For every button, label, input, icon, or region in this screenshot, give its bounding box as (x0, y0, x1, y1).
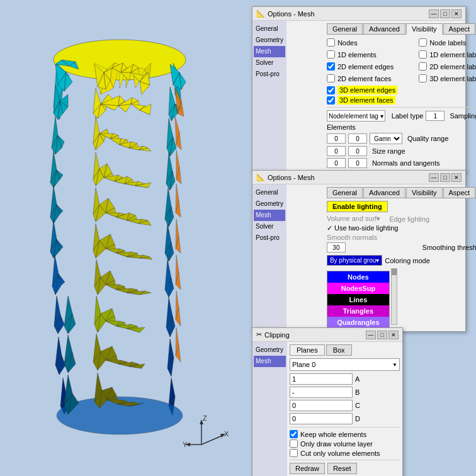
clipping-dialog: ✂ Clipping — □ ✕ Geometry Mesh Planes Bo… (252, 327, 403, 476)
dialog2-sidebar: General Geometry Mesh Solver Post-pro (252, 184, 286, 331)
color-item-nodes[interactable]: Nodes (327, 271, 389, 283)
node-labels-label: Node labels (429, 39, 466, 47)
close-button-3[interactable]: ✕ (388, 331, 399, 339)
dialog1-title: Options - Mesh (268, 10, 315, 18)
reset-button[interactable]: Reset (327, 463, 357, 474)
keep-whole-checkbox[interactable] (290, 430, 298, 438)
quality-range-input1[interactable] (327, 133, 346, 144)
field-d-input[interactable] (290, 413, 353, 424)
tab-aspect-1[interactable]: Aspect (443, 23, 476, 34)
2d-element-faces-checkbox[interactable] (327, 74, 335, 82)
field-c-input[interactable] (290, 400, 353, 411)
volume-surf-dropdown[interactable]: Volume and surf▾ (327, 215, 381, 223)
color-list-scrollbar[interactable] (391, 268, 397, 325)
label-type-input[interactable] (426, 111, 445, 121)
nodes-checkbox[interactable] (327, 38, 335, 47)
planes-box-tabs: Planes Box (290, 344, 400, 356)
dialog1-sidebar: General Geometry Mesh Solver Post-pro (252, 21, 286, 173)
minimize-button-1[interactable]: — (429, 9, 439, 18)
1d-element-labels-label: 1D element labels (429, 51, 476, 59)
smoothing-input[interactable] (327, 242, 346, 252)
enable-lighting-button[interactable]: Enable lighting (327, 201, 388, 212)
sidebar-item-mesh-2[interactable]: Mesh (254, 210, 285, 221)
3d-element-faces-checkbox[interactable] (327, 96, 335, 105)
svg-line-269 (201, 435, 224, 445)
size-range-input1[interactable] (327, 146, 346, 156)
3d-element-labels-checkbox[interactable] (419, 74, 427, 82)
1d-elements-checkbox[interactable] (327, 50, 335, 59)
box-tab[interactable]: Box (326, 344, 352, 356)
redraw-button[interactable]: Redraw (290, 463, 325, 474)
planes-tab[interactable]: Planes (290, 344, 325, 356)
2d-element-edges-checkbox[interactable] (327, 62, 335, 71)
sidebar-item-general-2[interactable]: General (254, 187, 285, 198)
sidebar-item-postpro-2[interactable]: Post-pro (254, 232, 285, 244)
field-d-label: D (355, 415, 361, 422)
tab-visibility-1[interactable]: Visibility (406, 23, 443, 35)
sidebar-item-mesh-1[interactable]: Mesh (254, 46, 285, 57)
field-c-label: C (355, 402, 361, 409)
minimize-button-2[interactable]: — (429, 173, 439, 182)
field-a-input[interactable] (290, 373, 353, 385)
options-icon: 📐 (256, 9, 265, 18)
1d-element-labels-checkbox[interactable] (419, 50, 427, 59)
tab-advanced-2[interactable]: Advanced (363, 187, 405, 198)
2d-element-faces-label: 2D element faces (337, 75, 392, 82)
only-draw-checkbox[interactable] (290, 439, 298, 448)
field-b-input[interactable] (290, 387, 353, 398)
node-element-tag-dropdown[interactable]: Node/element tag ▾ (327, 110, 385, 122)
keep-whole-label: Keep whole elements (300, 431, 366, 438)
sidebar-item-postpro-1[interactable]: Post-pro (254, 69, 285, 80)
maximize-button-1[interactable]: □ (440, 9, 450, 18)
plane-dropdown[interactable]: Plane 0 ▼ (290, 358, 400, 371)
sidebar-item-general-1[interactable]: General (254, 23, 285, 35)
elements-label: Elements (327, 123, 358, 131)
tab-advanced-1[interactable]: Advanced (363, 23, 405, 34)
dialog2-title: Options - Mesh (268, 174, 315, 181)
cut-only-checkbox[interactable] (290, 449, 298, 457)
sidebar-item-geometry-3[interactable]: Geometry (254, 344, 286, 356)
coloring-mode-dropdown[interactable]: By physical grou▾ (327, 255, 382, 266)
color-item-quadrangles[interactable]: Quadrangles (327, 317, 389, 328)
dialog3-sidebar: Geometry Mesh (252, 342, 287, 476)
3d-element-edges-label: 3D element edges (337, 86, 397, 94)
color-item-nodessup[interactable]: NodesSup (327, 283, 389, 294)
options-mesh-dialog-2: 📐 Options - Mesh — □ ✕ General Geometry … (252, 170, 466, 332)
sidebar-item-geometry-1[interactable]: Geometry (254, 35, 285, 46)
cut-only-label: Cut only volume elements (300, 450, 380, 457)
normals-input2[interactable] (348, 158, 367, 168)
3d-element-edges-checkbox[interactable] (327, 86, 335, 94)
color-item-triangles[interactable]: Triangles (327, 305, 389, 317)
maximize-button-2[interactable]: □ (440, 173, 450, 182)
tab-general-2[interactable]: General (327, 187, 363, 198)
edge-lighting-label: Edge lighting (389, 215, 429, 223)
minimize-button-3[interactable]: — (366, 331, 376, 339)
sidebar-item-solver-1[interactable]: Solver (254, 57, 285, 69)
options-icon-2: 📐 (256, 173, 265, 181)
gamma-dropdown[interactable]: Gamm (370, 133, 402, 144)
tab-aspect-2[interactable]: Aspect (443, 187, 476, 198)
dialog3-title: Clipping (264, 331, 290, 339)
dialog2-controls: — □ ✕ (429, 173, 462, 182)
visibility-options: Nodes Node labels 1D elements 1D element… (327, 37, 476, 84)
quality-range-label: Quality range (407, 135, 448, 142)
node-labels-checkbox[interactable] (419, 38, 427, 47)
2d-element-labels-checkbox[interactable] (419, 62, 427, 71)
tab-general-1[interactable]: General (327, 23, 363, 34)
normals-input1[interactable] (327, 158, 346, 168)
sidebar-item-geometry-2[interactable]: Geometry (254, 198, 285, 210)
smooth-normals-label: Smooth normals (327, 234, 377, 241)
size-range-input2[interactable] (348, 146, 367, 156)
normals-label: Normals and tangents (372, 159, 440, 167)
tab-visibility-2[interactable]: Visibility (406, 187, 443, 198)
maximize-button-3[interactable]: □ (377, 331, 387, 339)
color-item-lines[interactable]: Lines (327, 294, 389, 305)
2d-element-labels-label: 2D element labels (429, 63, 476, 71)
sidebar-item-mesh-3[interactable]: Mesh (254, 356, 286, 367)
svg-text:Z: Z (203, 414, 207, 422)
sidebar-item-solver-2[interactable]: Solver (254, 221, 285, 232)
label-type-label: Label type (392, 112, 424, 120)
close-button-1[interactable]: ✕ (451, 9, 462, 18)
close-button-2[interactable]: ✕ (451, 173, 462, 182)
quality-range-input2[interactable] (348, 133, 367, 144)
